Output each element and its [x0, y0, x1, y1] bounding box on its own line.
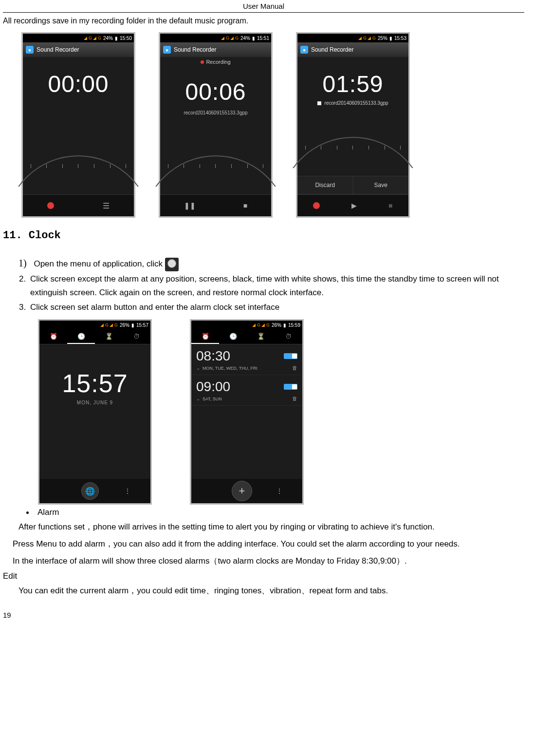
intro-text: All recordings save in my recording fold…	[3, 17, 524, 25]
recordings-list-button[interactable]: ☰	[103, 201, 110, 210]
step-1-number: 1)	[18, 258, 32, 268]
pause-button[interactable]: ❚❚	[184, 202, 196, 209]
signal-icon: ◢ G ◢ G	[358, 36, 376, 40]
tab-timer[interactable]: ⏳	[247, 329, 275, 344]
discard-button[interactable]: Discard	[297, 176, 353, 194]
recorder-app-icon: ●	[26, 46, 34, 54]
signal-icon: ◢ G ◢ G	[100, 322, 118, 327]
menu-overflow-button[interactable]: ⋮	[124, 487, 131, 495]
step-3: Click screen set alarm button and enter …	[28, 301, 524, 314]
recorder-controls: ▶ ■	[297, 194, 408, 216]
alarm-1-toggle[interactable]	[284, 353, 297, 359]
battery-icon: ▮	[131, 322, 134, 328]
tab-stopwatch[interactable]: ⏱	[275, 329, 302, 344]
chevron-down-icon: ⌄	[196, 396, 200, 401]
clock-app-icon	[165, 258, 179, 271]
battery-icon: ▮	[115, 36, 118, 41]
status-bar: ◢ G ◢ G 24% ▮ 15:51	[160, 34, 271, 42]
recorder-controls: ☰	[23, 194, 134, 216]
file-row: record20140609155133.3gpp	[317, 100, 388, 106]
alarm-1-days: MON, TUE, WED, THU, FRI	[203, 366, 258, 371]
recorder-appbar: ● Sound Recorder	[297, 42, 408, 57]
record-button[interactable]	[313, 202, 320, 209]
recorder-shot-2: ◢ G ◢ G 24% ▮ 15:51 ● Sound Recorder Rec…	[159, 32, 273, 218]
world-clock-button[interactable]: 🌐	[81, 482, 99, 500]
clock-bottom-bar: 🌐 ⋮	[39, 479, 150, 503]
recorder-body: 01:59 record20140609155133.3gpp Discard …	[297, 57, 408, 194]
alarm-para-2: Press Menu to add alarm，you can also add…	[13, 537, 524, 551]
menu-overflow-button[interactable]: ⋮	[276, 487, 283, 495]
recorder-title: Sound Recorder	[311, 46, 353, 53]
clock-body: 15:57 MON, JUNE 9	[39, 344, 150, 479]
alarm-2-toggle[interactable]	[284, 384, 297, 390]
status-bar: ◢ G ◢ G 26% ▮ 15:59	[191, 321, 302, 329]
recorder-body: 00:00	[23, 57, 134, 194]
alarm-bottom-bar: + ⋮	[191, 479, 302, 503]
battery-text: 26%	[272, 322, 281, 328]
battery-text: 25%	[378, 36, 387, 41]
alarm-1-time: 08:30	[196, 348, 230, 364]
tab-clock[interactable]: 🕒	[67, 329, 95, 344]
save-button[interactable]: Save	[353, 176, 409, 194]
recorder-appbar: ● Sound Recorder	[160, 42, 271, 57]
alarm-item-1[interactable]: 08:30 ⌄ MON, TUE, WED, THU, FRI 🗑	[191, 344, 302, 375]
status-bar: ◢ G ◢ G 26% ▮ 15:57	[39, 321, 150, 329]
status-time: 15:50	[120, 36, 132, 41]
status-time: 15:51	[257, 36, 269, 41]
alarm-bullet-label: Alarm	[37, 508, 59, 517]
tab-timer[interactable]: ⏳	[95, 329, 123, 344]
recording-filename: record20140609155133.3gpp	[184, 110, 247, 115]
recorder-screenshots-row: ◢ G ◢ G 24% ▮ 15:50 ● Sound Recorder 00:…	[21, 32, 524, 218]
recorder-body: Recording 00:06 record20140609155133.3gp…	[160, 57, 271, 194]
play-button[interactable]: ▶	[351, 202, 357, 209]
page-header: User Manual	[3, 0, 524, 13]
tab-stopwatch[interactable]: ⏱	[123, 329, 150, 344]
add-alarm-button[interactable]: +	[232, 481, 252, 501]
recorder-app-icon: ●	[163, 46, 171, 54]
battery-icon: ▮	[252, 36, 255, 41]
tab-clock[interactable]: 🕒	[219, 329, 247, 344]
recorder-title: Sound Recorder	[37, 46, 79, 53]
edit-heading: Edit	[3, 571, 524, 581]
vu-meter	[23, 155, 134, 189]
vu-meter	[297, 137, 408, 171]
step-2: Click screen except the alarm at any pos…	[28, 272, 524, 300]
clock-tabs: ⏰ 🕒 ⏳ ⏱	[39, 329, 150, 344]
page-number: 19	[3, 611, 524, 619]
recorder-title: Sound Recorder	[174, 46, 216, 53]
record-button[interactable]	[47, 202, 54, 209]
recording-indicator-icon	[201, 60, 204, 64]
status-time: 15:53	[394, 36, 406, 41]
clock-tabs: ⏰ 🕒 ⏳ ⏱	[191, 329, 302, 344]
delete-alarm-icon[interactable]: 🗑	[292, 365, 297, 371]
alarm-list: 08:30 ⌄ MON, TUE, WED, THU, FRI 🗑 09:00	[191, 344, 302, 479]
stop-button-disabled: ■	[388, 202, 392, 209]
step-1-text: Open the menu of application, click	[34, 259, 163, 268]
tab-alarm[interactable]: ⏰	[191, 329, 219, 344]
clock-shot-2: ◢ G ◢ G 26% ▮ 15:59 ⏰ 🕒 ⏳ ⏱ 08:30 ⌄	[190, 319, 304, 505]
tab-alarm[interactable]: ⏰	[39, 329, 67, 344]
alarm-item-2[interactable]: 09:00 ⌄ SAT, SUN 🗑	[191, 375, 302, 406]
battery-icon: ▮	[389, 36, 392, 41]
clock-steps-list: 1) Open the menu of application, click C…	[10, 255, 524, 314]
recording-timer: 00:00	[48, 71, 109, 97]
signal-icon: ◢ G ◢ G	[221, 36, 239, 40]
stop-button[interactable]: ■	[243, 202, 247, 209]
recording-status-text: Recording	[206, 59, 230, 65]
alarm-para-3: In the interface of alarm will show thre…	[13, 554, 524, 568]
alarm-bullet: Alarm	[26, 508, 524, 517]
recorder-controls: ❚❚ ■	[160, 194, 271, 216]
delete-alarm-icon[interactable]: 🗑	[292, 396, 297, 401]
recorder-shot-1: ◢ G ◢ G 24% ▮ 15:50 ● Sound Recorder 00:…	[21, 32, 135, 218]
clock-screenshots-row: ◢ G ◢ G 26% ▮ 15:57 ⏰ 🕒 ⏳ ⏱ 15:57 MON, J…	[38, 319, 524, 505]
clock-shot-1: ◢ G ◢ G 26% ▮ 15:57 ⏰ 🕒 ⏳ ⏱ 15:57 MON, J…	[38, 319, 152, 505]
alarm-2-days: SAT, SUN	[203, 397, 222, 401]
section-heading-clock: 11. Clock	[3, 229, 524, 242]
step-1: 1) Open the menu of application, click	[17, 255, 524, 271]
bullet-icon	[26, 511, 29, 514]
clock-time-display: 15:57	[62, 369, 128, 398]
battery-text: 24%	[240, 36, 250, 41]
recording-status-row: Recording	[201, 59, 230, 65]
clock-date-display: MON, JUNE 9	[77, 400, 113, 405]
recording-filename: record20140609155133.3gpp	[324, 100, 388, 106]
